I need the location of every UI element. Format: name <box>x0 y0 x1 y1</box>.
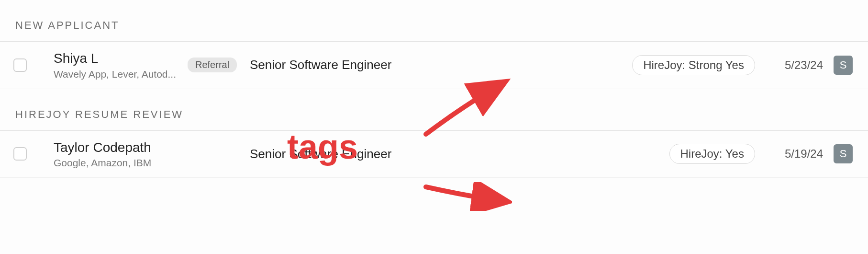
applicant-name[interactable]: Taylor Codepath <box>54 139 188 156</box>
name-block: Taylor Codepath Google, Amazon, IBM <box>54 139 188 169</box>
avatar[interactable]: S <box>834 144 853 163</box>
applicant-row[interactable]: Taylor Codepath Google, Amazon, IBM Seni… <box>0 131 868 178</box>
name-block: Shiya L Wavely App, Lever, Autod... <box>54 50 188 80</box>
applicant-name[interactable]: Shiya L <box>54 50 188 67</box>
row-checkbox[interactable] <box>13 147 27 161</box>
hirejoy-tag[interactable]: HireJoy: Yes <box>669 144 755 164</box>
row-right: HireJoy: Strong Yes 5/23/24 S <box>632 55 853 75</box>
section-header-new-applicant: NEW APPLICANT <box>0 0 868 41</box>
applicant-companies: Wavely App, Lever, Autod... <box>54 69 188 80</box>
annotation-arrow-icon <box>421 182 512 211</box>
row-checkbox[interactable] <box>13 58 27 72</box>
hirejoy-tag[interactable]: HireJoy: Strong Yes <box>632 55 755 75</box>
applicant-companies: Google, Amazon, IBM <box>54 157 188 169</box>
referral-badge: Referral <box>188 58 237 72</box>
applicant-date: 5/19/24 <box>785 147 823 161</box>
row-right: HireJoy: Yes 5/19/24 S <box>669 144 853 164</box>
applicant-role: Senior Software Engineer <box>245 147 669 162</box>
avatar[interactable]: S <box>834 56 853 75</box>
applicant-row[interactable]: Shiya L Wavely App, Lever, Autod... Refe… <box>0 42 868 89</box>
badge-slot: Referral <box>188 58 245 72</box>
applicant-role: Senior Software Engineer <box>245 58 632 72</box>
section-header-hirejoy-review: HIREJOY RESUME REVIEW <box>0 89 868 130</box>
applicant-date: 5/23/24 <box>785 58 823 72</box>
applicant-list: NEW APPLICANT Shiya L Wavely App, Lever,… <box>0 0 868 178</box>
